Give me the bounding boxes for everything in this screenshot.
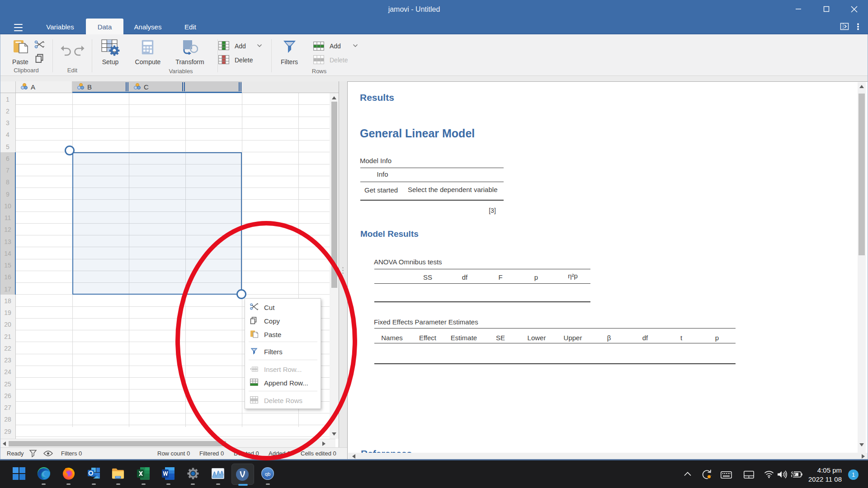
svg-text:qb: qb	[265, 471, 270, 477]
